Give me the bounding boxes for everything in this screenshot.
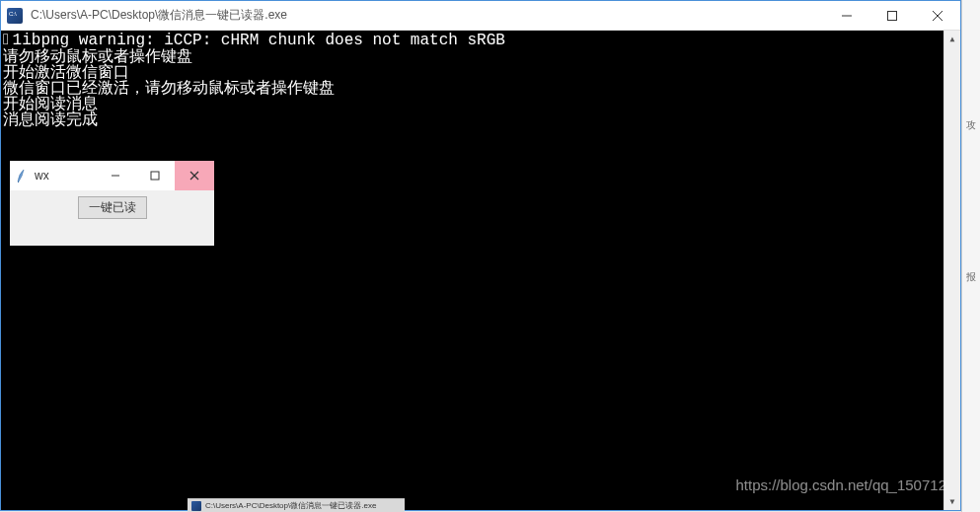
console-line: 开始阅读消息 — [1, 96, 960, 111]
titlebar[interactable]: C:\Users\A-PC\Desktop\微信消息一键已读器.exe — [1, 1, 960, 31]
console-line: 微信窗口已经激活，请勿移动鼠标或者操作键盘 — [1, 80, 960, 96]
console-line: 请勿移动鼠标或者操作键盘 — [1, 48, 960, 64]
dialog-maximize-button[interactable] — [135, 161, 175, 190]
console-output:  1ibpng warning: iCCP: cHRM chunk does n… — [1, 31, 960, 510]
close-button[interactable] — [915, 1, 960, 30]
app-icon — [7, 8, 23, 24]
maximize-button[interactable] — [869, 1, 915, 30]
wx-dialog: wx 一键已读 — [10, 161, 214, 246]
watermark-text: https://blog.csdn.net/qq_150712 — [735, 477, 946, 492]
taskbar-item[interactable]: C:\Users\A-PC\Desktop\微信消息一键已读器.exe — [188, 498, 405, 512]
window-controls — [824, 1, 960, 30]
window-title: C:\Users\A-PC\Desktop\微信消息一键已读器.exe — [29, 7, 824, 24]
vertical-scrollbar[interactable]: ▲ ▼ — [943, 31, 960, 510]
background-panel: 攻 报 — [961, 0, 980, 512]
minimize-button[interactable] — [824, 1, 869, 30]
console-window: C:\Users\A-PC\Desktop\微信消息一键已读器.exe  1ib… — [0, 0, 961, 511]
console-line: 消息阅读完成 — [1, 111, 960, 127]
tk-feather-icon — [16, 168, 30, 183]
bg-char: 攻 — [962, 118, 980, 132]
dialog-close-button[interactable] — [175, 161, 214, 190]
scroll-down-icon[interactable]: ▼ — [944, 493, 960, 510]
svg-rect-6 — [151, 172, 159, 180]
taskbar-app-icon — [191, 501, 201, 511]
dialog-titlebar[interactable]: wx — [10, 161, 214, 190]
svg-rect-1 — [888, 11, 897, 20]
dialog-body: 一键已读 — [10, 190, 214, 246]
scroll-track[interactable] — [944, 47, 960, 493]
mark-read-button[interactable]: 一键已读 — [78, 196, 147, 219]
dialog-controls — [96, 161, 214, 190]
taskbar-label: C:\Users\A-PC\Desktop\微信消息一键已读器.exe — [205, 500, 376, 511]
dialog-title: wx — [35, 169, 96, 183]
bg-char: 报 — [962, 270, 980, 284]
dialog-minimize-button[interactable] — [96, 161, 135, 190]
scroll-up-icon[interactable]: ▲ — [944, 31, 960, 47]
svg-line-4 — [18, 182, 19, 183]
